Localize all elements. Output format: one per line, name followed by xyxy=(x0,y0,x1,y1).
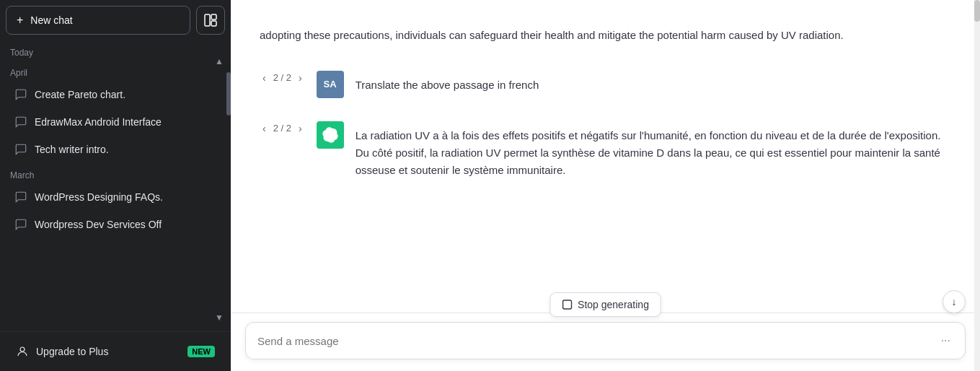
more-options-button[interactable]: ··· xyxy=(938,331,953,350)
ai-message-row: ‹ 2 / 2 › La radiation UV a à la fois de… xyxy=(260,110,951,191)
chat-item-techwriter[interactable]: Tech writer intro. xyxy=(4,136,226,163)
stop-btn-label: Stop generating xyxy=(578,299,649,310)
message-nav-user: ‹ 2 / 2 › xyxy=(260,71,305,85)
ai-message-text: La radiation UV a à la fois des effets p… xyxy=(356,121,951,179)
chat-item-edrawmax[interactable]: EdrawMax Android Interface xyxy=(4,108,226,136)
chat-bubble-icon xyxy=(14,218,27,231)
nav-prev-arrow[interactable]: ‹ xyxy=(260,71,269,85)
main-content: adopting these precautions, individuals … xyxy=(231,0,980,371)
input-area: ··· xyxy=(231,313,980,371)
ai-avatar xyxy=(317,121,344,149)
chat-item-label: Create Pareto chart. xyxy=(35,89,216,100)
upgrade-button[interactable]: Upgrade to Plus NEW xyxy=(6,338,225,365)
nav-counter-ai: 2 / 2 xyxy=(273,123,291,134)
openai-icon xyxy=(322,127,338,143)
sidebar-top: + New chat xyxy=(0,0,231,40)
section-label-march: March xyxy=(0,163,231,183)
nav-counter-user: 2 / 2 xyxy=(273,72,291,83)
message-input[interactable] xyxy=(257,335,938,347)
partial-ai-text: adopting these precautions, individuals … xyxy=(260,14,951,59)
stop-icon xyxy=(562,300,572,310)
chat-item-label: Wordpress Dev Services Off xyxy=(35,219,216,230)
user-message-row: ‹ 2 / 2 › SA Translate the above passage… xyxy=(260,59,951,110)
user-icon xyxy=(16,345,29,358)
chat-bubble-icon xyxy=(14,191,27,204)
scroll-down-button[interactable]: ↓ xyxy=(943,290,966,313)
nav-next-arrow[interactable]: › xyxy=(296,71,305,85)
chat-item-label: Tech writer intro. xyxy=(35,144,216,155)
main-scrollbar-thumb[interactable] xyxy=(974,0,980,22)
ai-nav-next-arrow[interactable]: › xyxy=(296,121,305,136)
layout-icon xyxy=(204,14,217,27)
section-label-today: Today xyxy=(0,40,231,61)
chat-item-wordpress-dev[interactable]: Wordpress Dev Services Off xyxy=(4,211,226,238)
stop-generating-button[interactable]: Stop generating xyxy=(549,292,661,317)
new-chat-button[interactable]: + New chat xyxy=(6,6,190,35)
message-nav-ai: ‹ 2 / 2 › xyxy=(260,121,305,136)
upgrade-label: Upgrade to Plus xyxy=(36,346,108,357)
chat-item-pareto[interactable]: Create Pareto chart. xyxy=(4,81,226,108)
section-label-april: April xyxy=(0,61,231,81)
chat-item-label: WordPress Designing FAQs. xyxy=(35,191,216,203)
chat-item-label: EdrawMax Android Interface xyxy=(35,116,216,128)
svg-rect-1 xyxy=(211,14,216,19)
input-wrapper: ··· xyxy=(245,322,966,359)
chevron-down-icon: ↓ xyxy=(952,296,957,307)
new-badge: NEW xyxy=(187,346,215,357)
chat-bubble-icon xyxy=(14,143,27,156)
main-scrollbar-track xyxy=(974,0,980,371)
chat-bubble-icon xyxy=(14,115,27,128)
new-chat-label: New chat xyxy=(30,14,72,26)
chat-area: adopting these precautions, individuals … xyxy=(231,0,980,313)
input-actions: ··· xyxy=(938,331,953,350)
ai-nav-prev-arrow[interactable]: ‹ xyxy=(260,121,269,136)
svg-rect-2 xyxy=(211,21,216,26)
sidebar: + New chat ▲ Today April Create Pareto c… xyxy=(0,0,231,371)
svg-rect-0 xyxy=(205,14,210,26)
scroll-down-sidebar-arrow[interactable]: ▼ xyxy=(212,310,226,325)
user-message-text: Translate the above passage in french xyxy=(356,71,951,94)
user-avatar: SA xyxy=(317,71,344,98)
chat-bubble-icon xyxy=(14,88,27,101)
layout-toggle-button[interactable] xyxy=(196,6,225,35)
scroll-up-arrow[interactable]: ▲ xyxy=(212,54,226,69)
ellipsis-icon: ··· xyxy=(941,334,950,346)
sidebar-bottom: Upgrade to Plus NEW xyxy=(0,331,231,371)
svg-point-3 xyxy=(20,347,25,352)
plus-icon: + xyxy=(17,14,23,27)
chat-item-wordpress-faq[interactable]: WordPress Designing FAQs. xyxy=(4,183,226,211)
svg-rect-4 xyxy=(562,300,571,309)
